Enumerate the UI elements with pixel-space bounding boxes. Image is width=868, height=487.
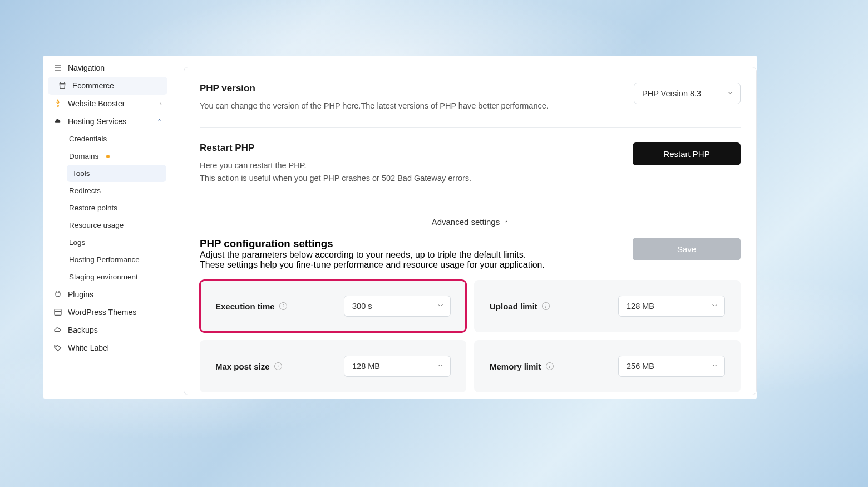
config-label: Execution time i (215, 302, 287, 311)
sidebar: Navigation Ecommerce Website Booster › H… (43, 56, 172, 399)
menu-icon (53, 63, 62, 72)
info-icon[interactable]: i (274, 362, 282, 370)
notification-dot-icon (106, 155, 110, 158)
section-title: Restart PHP (200, 142, 471, 154)
sidebar-item-backups[interactable]: Backups (43, 321, 172, 339)
max-post-size-select[interactable]: 128 MB ﹀ (344, 356, 451, 377)
chevron-down-icon: ﹀ (712, 362, 718, 370)
chevron-up-icon: ⌃ (157, 118, 162, 125)
sidebar-item-hosting-services[interactable]: Hosting Services ⌃ (43, 112, 172, 130)
sidebar-item-label: Domains (69, 152, 98, 160)
info-icon[interactable]: i (279, 302, 287, 310)
sidebar-item-label: White Label (68, 343, 109, 352)
toggle-label: Advanced settings (432, 217, 500, 227)
chevron-down-icon: ﹀ (438, 302, 443, 310)
sidebar-item-tools[interactable]: Tools (67, 165, 166, 182)
chevron-right-icon: › (160, 100, 162, 107)
main-content: PHP version You can change the version o… (172, 56, 757, 399)
execution-time-cell: Execution time i 300 s ﹀ (200, 280, 466, 332)
sidebar-item-label: Staging environment (69, 273, 138, 281)
config-label: Upload limit i (490, 302, 550, 311)
php-config-grid: Execution time i 300 s ﹀ Upload limit i … (200, 280, 741, 392)
sidebar-item-logs[interactable]: Logs (55, 234, 172, 251)
config-label: Max post size i (215, 362, 282, 371)
chevron-down-icon: ﹀ (728, 90, 733, 97)
sidebar-item-ecommerce[interactable]: Ecommerce (48, 77, 167, 95)
sidebar-item-staging[interactable]: Staging environment (55, 268, 172, 286)
sidebar-item-label: Ecommerce (72, 81, 114, 90)
sidebar-item-label: Credentials (69, 135, 107, 143)
theme-icon (53, 308, 62, 317)
cloud-icon (53, 117, 62, 126)
php-config-header: PHP configuration settings Adjust the pa… (200, 238, 741, 270)
section-title: PHP version (200, 83, 549, 94)
chevron-up-icon: ⌃ (504, 220, 509, 226)
select-value: 300 s (352, 302, 372, 311)
sidebar-item-website-booster[interactable]: Website Booster › (43, 95, 172, 112)
restart-php-row: Restart PHP Here you can restart the PHP… (200, 142, 741, 200)
select-value: 128 MB (352, 362, 380, 371)
restart-php-button[interactable]: Restart PHP (633, 142, 741, 165)
sidebar-item-label: Hosting Performance (69, 255, 140, 264)
php-version-row: PHP version You can change the version o… (200, 83, 741, 128)
sidebar-item-label: Logs (69, 238, 85, 247)
sidebar-item-label: Restore points (69, 204, 117, 212)
memory-limit-cell: Memory limit i 256 MB ﹀ (474, 340, 741, 392)
sidebar-item-label: Navigation (68, 63, 105, 72)
section-title: PHP configuration settings (200, 238, 545, 250)
upload-limit-cell: Upload limit i 128 MB ﹀ (474, 280, 741, 332)
sidebar-item-label: Tools (72, 169, 90, 178)
advanced-settings-toggle[interactable]: Advanced settings ⌃ (200, 215, 741, 232)
chevron-down-icon: ﹀ (712, 302, 718, 310)
sidebar-subnav: Credentials Domains Tools Redirects Rest… (43, 130, 172, 286)
svg-point-5 (56, 346, 56, 347)
cloud-download-icon (53, 326, 62, 334)
select-value: PHP Version 8.3 (642, 89, 701, 98)
sidebar-item-label: Hosting Services (68, 117, 126, 126)
plug-icon (53, 290, 62, 299)
tag-icon (53, 343, 62, 352)
php-version-select[interactable]: PHP Version 8.3 ﹀ (634, 83, 741, 104)
sidebar-item-restore-points[interactable]: Restore points (55, 199, 172, 217)
svg-rect-4 (55, 309, 61, 316)
info-icon[interactable]: i (546, 362, 554, 370)
sidebar-item-plugins[interactable]: Plugins (43, 286, 172, 303)
bag-icon (58, 81, 67, 90)
sidebar-item-resource-usage[interactable]: Resource usage (55, 217, 172, 234)
svg-point-3 (57, 105, 59, 107)
sidebar-item-wordpress-themes[interactable]: WordPress Themes (43, 303, 172, 321)
sidebar-item-credentials[interactable]: Credentials (55, 130, 172, 147)
sidebar-item-label: Redirects (69, 186, 101, 195)
sidebar-item-navigation[interactable]: Navigation (43, 59, 172, 77)
section-desc: Here you can restart the PHP. This actio… (200, 159, 471, 184)
sidebar-item-redirects[interactable]: Redirects (55, 182, 172, 199)
select-value: 128 MB (627, 302, 654, 311)
sidebar-item-label: Plugins (68, 290, 93, 299)
sidebar-item-label: Website Booster (68, 99, 125, 108)
section-desc: Adjust the parameters below according to… (200, 250, 545, 270)
section-desc: You can change the version of the PHP he… (200, 100, 549, 112)
rocket-icon (53, 99, 62, 108)
sidebar-item-hosting-performance[interactable]: Hosting Performance (55, 251, 172, 268)
max-post-size-cell: Max post size i 128 MB ﹀ (200, 340, 466, 392)
sidebar-item-label: WordPress Themes (68, 308, 136, 317)
config-label: Memory limit i (490, 362, 554, 371)
settings-card: PHP version You can change the version o… (184, 67, 757, 395)
info-icon[interactable]: i (542, 302, 550, 310)
execution-time-select[interactable]: 300 s ﹀ (344, 296, 451, 317)
chevron-down-icon: ﹀ (438, 362, 443, 370)
sidebar-item-domains[interactable]: Domains (55, 147, 172, 165)
save-button[interactable]: Save (633, 238, 741, 260)
memory-limit-select[interactable]: 256 MB ﹀ (618, 356, 725, 377)
sidebar-item-white-label[interactable]: White Label (43, 339, 172, 357)
sidebar-item-label: Backups (68, 326, 98, 334)
upload-limit-select[interactable]: 128 MB ﹀ (618, 296, 725, 317)
sidebar-item-label: Resource usage (69, 221, 124, 229)
select-value: 256 MB (627, 362, 654, 371)
app-panel: Navigation Ecommerce Website Booster › H… (43, 56, 757, 399)
